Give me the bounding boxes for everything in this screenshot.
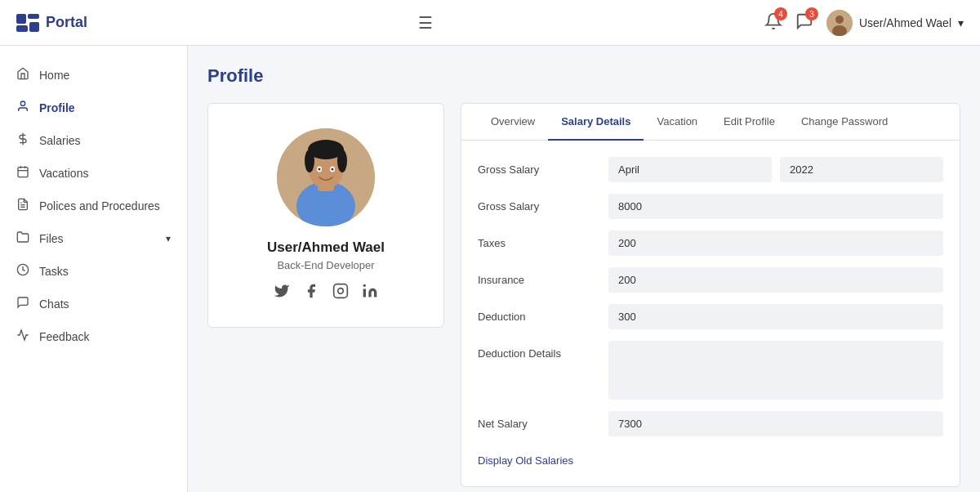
sidebar-item-files[interactable]: Files ▾ xyxy=(0,222,187,255)
sidebar-item-chats[interactable]: Chats xyxy=(0,288,187,320)
sidebar-item-tasks[interactable]: Tasks xyxy=(0,255,187,288)
layout: Home Profile Salaries Vacations Polices … xyxy=(0,46,980,492)
vacations-icon xyxy=(16,165,31,181)
avatar-image xyxy=(826,10,853,36)
gross-salary-row: Gross Salary xyxy=(478,157,943,182)
net-salary-input[interactable] xyxy=(608,411,943,436)
deduction-fields xyxy=(608,304,943,329)
navbar-center: ☰ xyxy=(418,13,433,33)
svg-point-21 xyxy=(305,150,314,172)
svg-rect-2 xyxy=(16,25,28,32)
main-content: Profile xyxy=(188,46,980,492)
svg-point-26 xyxy=(332,168,334,171)
sidebar: Home Profile Salaries Vacations Polices … xyxy=(0,46,188,492)
profile-grid: User/Ahmed Wael Back-End Developer xyxy=(207,103,960,487)
feedback-icon xyxy=(16,329,31,345)
svg-rect-0 xyxy=(16,14,26,24)
tab-overview[interactable]: Overview xyxy=(478,104,548,141)
tab-change-password[interactable]: Change Password xyxy=(788,104,901,141)
sidebar-label-feedback: Feedback xyxy=(39,330,89,343)
home-icon xyxy=(16,67,31,83)
gross-salary-input[interactable] xyxy=(608,194,943,219)
profile-avatar-image xyxy=(277,128,375,226)
svg-point-5 xyxy=(835,16,844,24)
sidebar-item-vacations[interactable]: Vacations xyxy=(0,157,187,190)
svg-point-7 xyxy=(20,101,24,105)
gross-salary-label: Gross Salary xyxy=(478,157,608,176)
svg-rect-3 xyxy=(29,22,39,32)
sidebar-label-vacations: Vacations xyxy=(39,167,88,180)
svg-point-22 xyxy=(337,150,347,172)
sidebar-label-home: Home xyxy=(39,69,69,82)
sidebar-label-profile: Profile xyxy=(39,101,75,114)
net-salary-fields xyxy=(608,411,943,436)
deduction-details-input[interactable] xyxy=(608,341,943,400)
brand-icon xyxy=(16,14,39,32)
tab-salary-details[interactable]: Salary Details xyxy=(548,104,644,141)
insurance-input[interactable] xyxy=(608,267,943,293)
gross-salary-value-row: Gross Salary xyxy=(478,194,943,219)
sidebar-label-policies: Polices and Procedures xyxy=(39,199,160,212)
linkedin-icon[interactable] xyxy=(360,283,380,302)
brand-logo[interactable]: Portal xyxy=(16,14,87,32)
profile-icon xyxy=(16,100,31,116)
navbar-right: 4 3 User/Ahmed Wael ▾ xyxy=(764,10,964,36)
sidebar-item-home[interactable]: Home xyxy=(0,59,187,92)
svg-rect-29 xyxy=(363,289,366,297)
messages-badge: 3 xyxy=(805,7,818,20)
files-chevron-icon: ▾ xyxy=(166,233,171,244)
page-title: Profile xyxy=(207,65,960,87)
sidebar-item-policies[interactable]: Polices and Procedures xyxy=(0,190,187,222)
sidebar-item-profile[interactable]: Profile xyxy=(0,92,187,124)
tabs-header: Overview Salary Details Vacation Edit Pr… xyxy=(461,104,960,141)
social-icons xyxy=(272,283,380,302)
deduction-label: Deduction xyxy=(478,304,608,323)
instagram-icon[interactable] xyxy=(331,283,350,302)
gross-salary-value-label: Gross Salary xyxy=(478,194,608,212)
tab-vacation[interactable]: Vacation xyxy=(644,104,710,141)
policies-icon xyxy=(16,198,31,214)
brand-name: Portal xyxy=(46,14,87,31)
sidebar-item-salaries[interactable]: Salaries xyxy=(0,124,187,157)
svg-point-30 xyxy=(363,284,366,287)
taxes-label: Taxes xyxy=(478,230,608,249)
deduction-input[interactable] xyxy=(608,304,943,329)
month-input[interactable] xyxy=(608,157,772,182)
gross-salary-value-fields xyxy=(608,194,943,219)
insurance-label: Insurance xyxy=(478,267,608,286)
taxes-input[interactable] xyxy=(608,230,943,256)
deduction-details-row: Deduction Details xyxy=(478,341,943,400)
messages-button[interactable]: 3 xyxy=(795,12,813,33)
deduction-details-fields xyxy=(608,341,943,400)
tasks-icon xyxy=(16,263,31,280)
taxes-row: Taxes xyxy=(478,230,943,256)
salaries-icon xyxy=(16,132,31,149)
profile-card: User/Ahmed Wael Back-End Developer xyxy=(207,103,444,328)
user-name: User/Ahmed Wael xyxy=(859,16,951,29)
sidebar-label-tasks: Tasks xyxy=(39,265,69,278)
year-input[interactable] xyxy=(780,157,943,182)
display-old-salaries-link[interactable]: Display Old Salaries xyxy=(478,454,573,467)
details-panel: Overview Salary Details Vacation Edit Pr… xyxy=(461,103,960,487)
facebook-icon[interactable] xyxy=(301,283,321,302)
notifications-button[interactable]: 4 xyxy=(764,12,782,33)
navbar: Portal ☰ 4 3 User/Ahm xyxy=(0,0,980,46)
sidebar-label-chats: Chats xyxy=(39,297,69,311)
insurance-row: Insurance xyxy=(478,267,943,293)
tab-edit-profile[interactable]: Edit Profile xyxy=(710,104,788,141)
insurance-fields xyxy=(608,267,943,293)
svg-rect-27 xyxy=(334,284,348,298)
hamburger-icon[interactable]: ☰ xyxy=(418,13,433,33)
deduction-details-label: Deduction Details xyxy=(478,341,608,360)
avatar xyxy=(826,10,853,36)
sidebar-item-feedback[interactable]: Feedback xyxy=(0,320,187,353)
user-menu[interactable]: User/Ahmed Wael ▾ xyxy=(826,10,964,36)
profile-avatar xyxy=(277,128,375,226)
taxes-fields xyxy=(608,230,943,256)
sidebar-label-files: Files xyxy=(39,232,64,245)
sidebar-label-salaries: Salaries xyxy=(39,134,81,147)
user-chevron: ▾ xyxy=(958,16,964,29)
twitter-icon[interactable] xyxy=(272,283,292,302)
deduction-row: Deduction xyxy=(478,304,943,329)
chats-icon xyxy=(16,296,31,312)
